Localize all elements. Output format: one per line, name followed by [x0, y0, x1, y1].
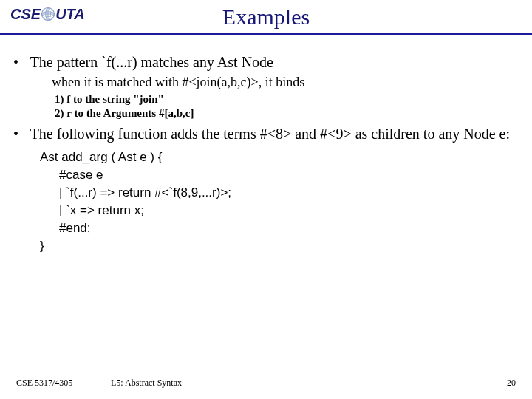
bullet-1-sub: when it is matched with #<join(a,b,c)>, … — [38, 74, 519, 91]
footer-lecture: L5: Abstract Syntax — [111, 378, 182, 389]
bullet-1-text: The pattern `f(...r) matches any Ast Nod… — [30, 54, 273, 70]
bullet-1: The pattern `f(...r) matches any Ast Nod… — [13, 53, 519, 120]
code-line-1: Ast add_arg ( Ast e ) { — [40, 149, 519, 166]
footer-course: CSE 5317/4305 — [16, 378, 72, 389]
slide-body: The pattern `f(...r) matches any Ast Nod… — [0, 43, 532, 255]
logo-left: CSE — [10, 6, 41, 22]
bullet-1-subsub-2: 2) r to the Arguments #[a,b,c] — [55, 106, 519, 120]
footer-page-number: 20 — [507, 378, 516, 389]
globe-icon — [41, 7, 55, 21]
bullet-1-subsub-1: 1) f to the string "join" — [55, 92, 519, 106]
code-line-4: | `x => return x; — [40, 202, 519, 219]
bullet-2: The following function adds the terms #<… — [13, 125, 519, 255]
bullet-2-text: The following function adds the terms #<… — [30, 126, 510, 142]
code-line-2: #case e — [40, 166, 519, 184]
code-line-3: | `f(...r) => return #<`f(8,9,...r)>; — [40, 184, 519, 202]
bullet-1-sub-text: when it is matched with #<join(a,b,c)>, … — [52, 75, 304, 89]
logo: CSEUTA — [10, 6, 85, 23]
code-line-6: } — [40, 237, 519, 255]
code-line-5: #end; — [40, 219, 519, 237]
code-block: Ast add_arg ( Ast e ) { #case e | `f(...… — [13, 149, 519, 256]
logo-right: UTA — [55, 6, 85, 22]
header-rule — [0, 33, 532, 35]
slide-header: CSEUTA Examples — [0, 0, 532, 43]
